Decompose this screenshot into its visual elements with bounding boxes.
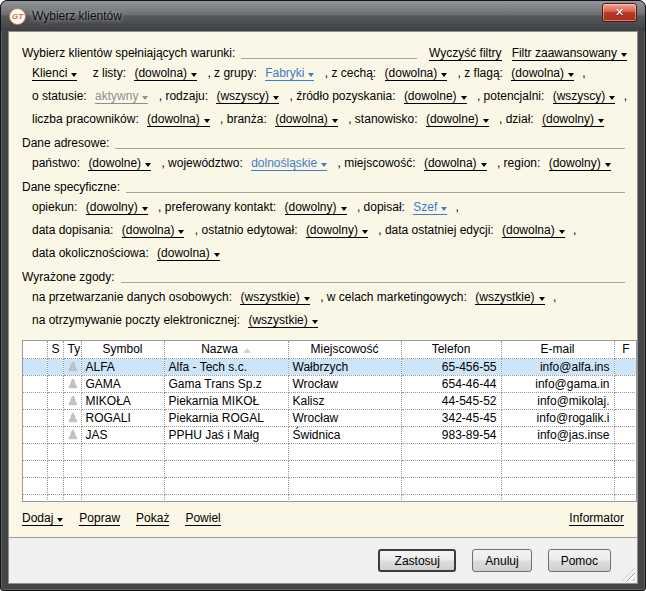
preferred-contact-dropdown[interactable]: (dowolny): [285, 200, 347, 215]
table-row[interactable]: ♟ ALFA Alfa - Tech s.c. Wałbrzych 65-456…: [23, 358, 637, 375]
city-dropdown[interactable]: (dowolna): [424, 156, 487, 171]
department-dropdown[interactable]: (dowolny): [542, 112, 604, 127]
cell-miejscowosc: Kalisz: [288, 392, 401, 409]
cell-email: info@jas.inse: [501, 426, 614, 443]
clear-filters-link[interactable]: Wyczyść filtry: [429, 46, 502, 61]
added-by-label: , dopisał:: [357, 200, 405, 214]
chevron-down-icon: [605, 163, 611, 167]
cell-selector[interactable]: [23, 409, 47, 426]
table-row[interactable]: ♟ GAMA Gama Trans Sp.z Wrocław 654-46-44…: [23, 375, 637, 392]
add-link[interactable]: Dodaj: [22, 511, 63, 526]
cell-selector[interactable]: [23, 375, 47, 392]
empty-row: [23, 477, 637, 494]
cell-selector[interactable]: [23, 392, 47, 409]
duplicate-link[interactable]: Powiel: [185, 511, 220, 526]
specific-section-title: Dane specyficzne:: [22, 178, 120, 196]
col-header-ty[interactable]: Ty: [63, 341, 81, 358]
col-header-miejscowosc[interactable]: Miejscowość: [288, 341, 401, 358]
chevron-down-icon: [481, 163, 487, 167]
cell-nazwa: Alfa - Tech s.c.: [164, 358, 288, 375]
sort-ascending-icon: [243, 348, 251, 353]
empty-row: [23, 494, 637, 502]
industry-label: , branża:: [220, 112, 267, 126]
caretaker-value: (dowolny): [86, 200, 138, 214]
help-button[interactable]: Pomoc: [548, 549, 611, 572]
list-label: z listy:: [93, 66, 126, 80]
apply-button[interactable]: Zastosuj: [378, 549, 456, 572]
col-header-telefon[interactable]: Telefon: [401, 341, 501, 358]
status-value: aktywny: [95, 89, 138, 103]
occasion-date-dropdown[interactable]: (dowolna): [157, 246, 220, 261]
client-type-icon: ♟: [68, 377, 79, 391]
position-dropdown[interactable]: (dowolne): [426, 112, 489, 127]
col-header-nazwa[interactable]: Nazwa: [164, 341, 288, 358]
industry-value: (dowolna): [275, 112, 328, 126]
flag-value: (dowolna): [511, 66, 564, 80]
specific-section-header: Dane specyficzne:: [22, 178, 627, 196]
table-row[interactable]: ♟ MIKOŁA Piekarnia MIKOŁ Kalisz 44-545-5…: [23, 392, 637, 409]
chevron-down-icon: [178, 230, 184, 234]
cell-telefon: 65-456-55: [401, 358, 501, 375]
marketing-consent-dropdown[interactable]: (wszystkie): [475, 290, 544, 305]
advanced-filter-link[interactable]: Filtr zaawansowany: [512, 46, 627, 61]
flag-dropdown[interactable]: (dowolna): [511, 66, 574, 81]
personal-data-consent-label: na przetwarzanie danych osobowych:: [32, 290, 232, 304]
date-added-dropdown[interactable]: (dowolna): [122, 223, 185, 238]
region-value: (dowolny): [549, 156, 601, 170]
client-type-icon: ♟: [68, 428, 79, 442]
comma: ,: [573, 223, 576, 237]
potential-dropdown[interactable]: (wszyscy): [553, 89, 616, 104]
cell-f: [614, 358, 637, 375]
app-gt-icon[interactable]: GT: [9, 8, 26, 25]
table-row[interactable]: ♟ JAS PPHU Jaś i Małg Świdnica 983-89-54…: [23, 426, 637, 443]
filter-row-dates: data dopisania: (dowolna) , ostatnio edy…: [22, 219, 627, 242]
clients-scope-dropdown[interactable]: Klienci: [32, 66, 77, 81]
title-bar[interactable]: GT Wybierz klientów ✕: [1, 1, 645, 31]
country-dropdown[interactable]: (dowolne): [88, 156, 151, 171]
group-dropdown[interactable]: Fabryki: [265, 66, 314, 81]
cell-miejscowosc: Świdnica: [288, 426, 401, 443]
email-consent-dropdown[interactable]: (wszystkie): [248, 313, 317, 328]
chevron-down-icon: [621, 53, 627, 57]
resize-grip[interactable]: [622, 568, 635, 581]
source-dropdown[interactable]: (dowolne): [404, 89, 467, 104]
last-edit-date-dropdown[interactable]: (dowolna): [502, 223, 565, 238]
kind-label: , rodzaju:: [159, 89, 208, 103]
col-header-f[interactable]: F: [614, 341, 637, 358]
list-value: (dowolna): [134, 66, 187, 80]
personal-data-consent-dropdown[interactable]: (wszystkie): [240, 290, 309, 305]
col-header-s[interactable]: S: [47, 341, 63, 358]
last-edited-by-dropdown[interactable]: (dowolny): [306, 223, 368, 238]
cell-f: [614, 392, 637, 409]
cell-symbol: ROGALI: [81, 409, 164, 426]
empty-row: [23, 460, 637, 477]
show-link[interactable]: Pokaż: [136, 511, 169, 526]
col-header-email[interactable]: E-mail: [501, 341, 614, 358]
industry-dropdown[interactable]: (dowolna): [275, 112, 338, 127]
list-dropdown[interactable]: (dowolna): [134, 66, 197, 81]
cell-selector[interactable]: [23, 426, 47, 443]
col-header-selector[interactable]: [23, 341, 47, 358]
caretaker-dropdown[interactable]: (dowolny): [86, 200, 148, 215]
table-row[interactable]: ♟ ROGALI Piekarnia ROGAL Wrocław 342-45-…: [23, 409, 637, 426]
voivodeship-dropdown[interactable]: dolnośląskie: [251, 156, 327, 171]
trait-dropdown[interactable]: (dowolna): [385, 66, 448, 81]
trait-value: (dowolna): [385, 66, 438, 80]
cell-symbol: JAS: [81, 426, 164, 443]
chevron-down-icon: [441, 73, 447, 77]
date-added-label: data dopisania:: [32, 223, 113, 237]
informator-link[interactable]: Informator: [569, 511, 624, 526]
cell-f: [614, 375, 637, 392]
region-dropdown[interactable]: (dowolny): [549, 156, 611, 171]
close-button[interactable]: ✕: [602, 3, 637, 22]
cell-selector[interactable]: [23, 358, 47, 375]
col-header-symbol[interactable]: Symbol: [81, 341, 164, 358]
added-by-dropdown[interactable]: Szef: [413, 200, 447, 215]
employees-dropdown[interactable]: (dowolna): [147, 112, 210, 127]
email-consent-value: (wszystkie): [248, 313, 307, 327]
status-dropdown[interactable]: aktywny: [95, 89, 148, 104]
filter-row-consents1: na przetwarzanie danych osobowych: (wszy…: [22, 286, 627, 309]
kind-dropdown[interactable]: (wszyscy): [216, 89, 279, 104]
cancel-button[interactable]: Anuluj: [472, 549, 531, 572]
edit-link[interactable]: Popraw: [79, 511, 120, 526]
